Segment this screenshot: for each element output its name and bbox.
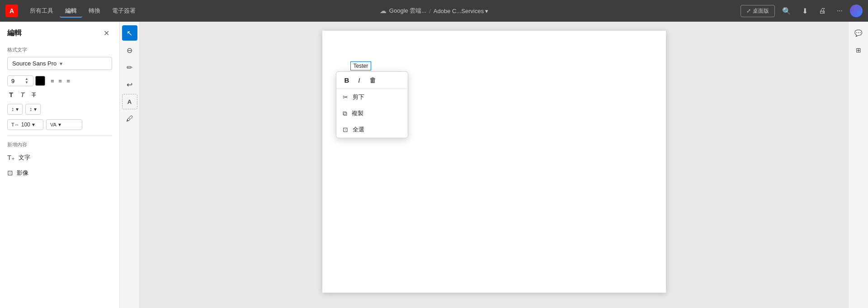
copy-menu-item[interactable]: ⧉ 複製 xyxy=(336,105,408,121)
tool-strip: ↖ ⊖ ✏ ↩ A 🖊 xyxy=(120,22,140,308)
cut-menu-item[interactable]: ✂ 剪下 xyxy=(336,89,408,105)
align-left-button[interactable]: ≡ xyxy=(49,77,56,85)
path-separator: / xyxy=(429,8,431,14)
text-color-swatch[interactable] xyxy=(35,76,45,86)
align-buttons: ≡ ≡ ≡ xyxy=(49,77,72,85)
text-strikethrough-button[interactable]: T xyxy=(30,90,38,99)
nav-convert[interactable]: 轉換 xyxy=(83,4,106,18)
chevron-down-icon: ▾ xyxy=(16,106,19,112)
topbar-right: ⤢ 桌面版 🔍 ⬇ 🖨 ··· xyxy=(741,5,863,17)
selected-text-element[interactable]: Tester xyxy=(350,61,372,70)
canvas-area: Tester B I 🗑 ✂ 剪下 ⧉ 複製 ⊡ 全選 xyxy=(140,22,848,308)
apps-panel-button[interactable]: ⊞ xyxy=(851,42,866,58)
comments-panel-button[interactable]: 💬 xyxy=(851,25,866,41)
copy-label: 複製 xyxy=(352,109,363,117)
font-name-label: Source Sans Pro xyxy=(12,60,60,67)
add-image-label: 影像 xyxy=(17,169,28,177)
app-logo[interactable]: A xyxy=(5,5,18,17)
select-tool-button[interactable]: ↖ xyxy=(122,25,137,41)
copy-icon: ⧉ xyxy=(343,110,347,117)
desktop-btn-label: 桌面版 xyxy=(753,7,769,15)
nav-sign[interactable]: 電子簽署 xyxy=(107,4,141,18)
align-center-button[interactable]: ≡ xyxy=(57,77,64,85)
sidebar-title: 編輯 xyxy=(7,28,22,38)
bold-format-button[interactable]: B xyxy=(343,75,351,85)
pdf-page: Tester B I 🗑 ✂ 剪下 ⧉ 複製 ⊡ 全選 xyxy=(322,31,666,293)
dropdown-chevron-icon: ▾ xyxy=(485,8,488,14)
top-nav: 所有工具 編輯 轉換 電子簽署 xyxy=(24,4,141,18)
topbar: A 所有工具 編輯 轉換 電子簽署 ☁ Google 雲端... / Adobe… xyxy=(0,0,868,22)
sidebar-divider xyxy=(7,135,112,136)
text-style-row: T T T xyxy=(0,88,119,101)
desktop-button[interactable]: ⤢ 桌面版 xyxy=(741,5,775,17)
context-menu-toolbar: B I 🗑 xyxy=(336,72,408,89)
left-sidebar: 編輯 ✕ 格式文字 Source Sans Pro ▾ 9 ▲ ▼ ≡ ≡ ≡ xyxy=(0,22,120,308)
scale-label-icon: T↔ xyxy=(11,122,19,127)
delete-format-button[interactable]: 🗑 xyxy=(368,75,378,85)
font-size-arrows: ▲ ▼ xyxy=(25,77,28,84)
edit-text-tool-button[interactable]: ✏ xyxy=(122,60,137,75)
scissors-icon: ✂ xyxy=(343,93,348,101)
chevron-down-icon: ▾ xyxy=(34,106,37,112)
format-section-label: 格式文字 xyxy=(0,43,119,55)
highlight-tool-button[interactable]: 🖊 xyxy=(122,111,137,126)
add-text-icon: T₊ xyxy=(7,154,15,162)
close-sidebar-button[interactable]: ✕ xyxy=(101,28,112,38)
add-text-item[interactable]: T₊ 文字 xyxy=(0,150,119,165)
text-controls-row: 9 ▲ ▼ ≡ ≡ ≡ xyxy=(0,74,119,88)
scale-row: T↔ 100 ▾ VA ▾ xyxy=(0,117,119,132)
nav-edit[interactable]: 編輯 xyxy=(60,4,82,18)
text-italic-button[interactable]: T xyxy=(19,90,26,99)
font-size-input[interactable]: 9 xyxy=(11,78,25,84)
paragraph-spacing-selector[interactable]: ↕ ▾ xyxy=(25,104,41,115)
service-text: Adobe C...Services xyxy=(434,8,484,14)
zoom-out-tool-button[interactable]: ⊖ xyxy=(122,42,137,58)
link-tool-button[interactable]: ↩ xyxy=(122,77,137,92)
print-button[interactable]: 🖨 xyxy=(815,5,830,17)
paragraph-spacing-icon: ↕ xyxy=(29,106,32,112)
select-all-label: 全選 xyxy=(353,126,364,134)
tracking-icon: VA xyxy=(50,122,57,127)
line-spacing-icon: ↕ xyxy=(11,106,14,112)
download-button[interactable]: ⬇ xyxy=(798,5,811,17)
line-spacing-selector[interactable]: ↕ ▾ xyxy=(7,104,23,115)
cloud-icon: ☁ xyxy=(380,7,387,15)
select-all-icon: ⊡ xyxy=(343,126,348,133)
tracking-selector[interactable]: VA ▾ xyxy=(46,119,82,130)
spacing-row: ↕ ▾ ↕ ▾ xyxy=(0,101,119,117)
font-size-control[interactable]: 9 ▲ ▼ xyxy=(7,75,33,86)
add-content-label: 新增內容 xyxy=(0,140,119,150)
cut-label: 剪下 xyxy=(353,93,364,101)
right-panel: 💬 ⊞ xyxy=(848,22,868,308)
scale-value: 100 xyxy=(21,121,30,128)
topbar-center: ☁ Google 雲端... / Adobe C...Services ▾ xyxy=(380,7,488,15)
text-add-tool-button[interactable]: A xyxy=(122,94,137,109)
chevron-down-icon: ▾ xyxy=(60,61,107,67)
font-family-selector[interactable]: Source Sans Pro ▾ xyxy=(7,57,112,70)
add-image-icon: ⊡ xyxy=(7,169,13,177)
external-link-icon: ⤢ xyxy=(746,8,751,14)
select-all-menu-item[interactable]: ⊡ 全選 xyxy=(336,121,408,138)
context-menu: B I 🗑 ✂ 剪下 ⧉ 複製 ⊡ 全選 xyxy=(336,71,408,138)
italic-format-button[interactable]: I xyxy=(356,75,362,85)
user-avatar[interactable] xyxy=(850,5,863,17)
text-normal-button[interactable]: T xyxy=(7,90,15,99)
font-size-down-icon[interactable]: ▼ xyxy=(25,81,28,84)
add-image-item[interactable]: ⊡ 影像 xyxy=(0,165,119,181)
service-link[interactable]: Adobe C...Services ▾ xyxy=(434,8,488,14)
search-button[interactable]: 🔍 xyxy=(778,5,795,17)
more-button[interactable]: ··· xyxy=(833,5,846,17)
sidebar-header: 編輯 ✕ xyxy=(0,22,119,43)
cloud-text: Google 雲端... xyxy=(389,7,426,15)
nav-all-tools[interactable]: 所有工具 xyxy=(24,4,59,18)
main-layout: 編輯 ✕ 格式文字 Source Sans Pro ▾ 9 ▲ ▼ ≡ ≡ ≡ xyxy=(0,22,868,308)
align-justify-button[interactable]: ≡ xyxy=(65,77,72,85)
chevron-down-icon: ▾ xyxy=(32,121,35,128)
add-text-label: 文字 xyxy=(19,154,30,162)
scale-selector[interactable]: T↔ 100 ▾ xyxy=(7,119,43,130)
chevron-down-icon: ▾ xyxy=(58,121,61,128)
